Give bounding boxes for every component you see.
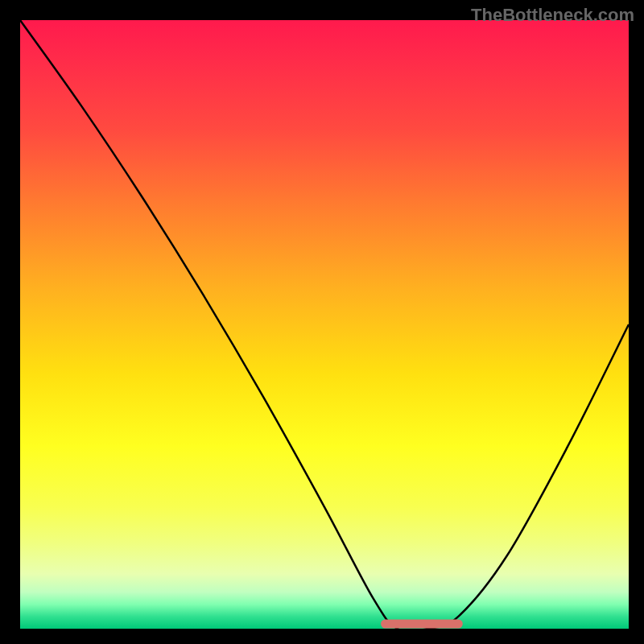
curve-layer bbox=[20, 20, 629, 629]
bottleneck-curve-path bbox=[20, 20, 629, 629]
watermark-text: TheBottleneck.com bbox=[471, 5, 634, 26]
plot-area bbox=[20, 20, 629, 629]
